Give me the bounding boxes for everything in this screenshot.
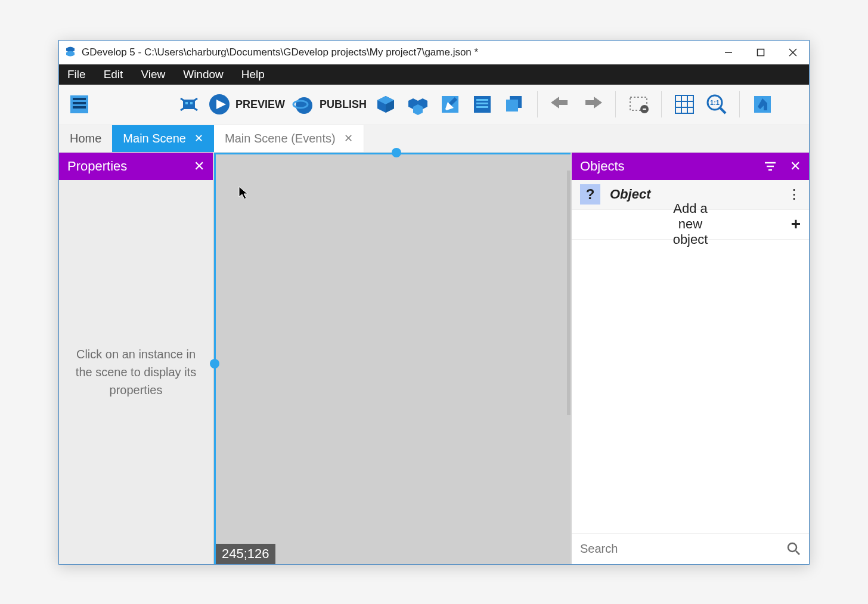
preview-label: PREVIEW [235, 98, 285, 111]
canvas-scrollbar[interactable] [567, 171, 571, 415]
object-unknown-icon: ? [580, 184, 600, 205]
menu-window[interactable]: Window [179, 67, 227, 82]
cursor-coordinates: 245;126 [216, 544, 275, 564]
svg-line-10 [194, 98, 197, 101]
add-object-button[interactable]: Add a new object + [572, 210, 809, 240]
tab-main-scene-events[interactable]: Main Scene (Events) ✕ [214, 125, 364, 152]
cubes-button[interactable] [405, 91, 431, 117]
objects-panel-close-icon[interactable]: ✕ [790, 159, 801, 174]
properties-panel: Properties ✕ Click on an instance in the… [59, 153, 214, 564]
svg-marker-35 [585, 97, 602, 109]
toolbar-separator [661, 91, 662, 117]
undo-button[interactable] [547, 91, 574, 117]
svg-rect-33 [506, 100, 518, 111]
svg-rect-1 [758, 49, 764, 55]
svg-rect-39 [675, 95, 693, 113]
toolbar: PREVIEW PUBLISH [59, 85, 809, 125]
tab-main-scene[interactable]: Main Scene ✕ [112, 125, 214, 152]
app-window: GDevelop 5 - C:\Users\charburg\Documents… [58, 40, 810, 565]
zoom-reset-button[interactable]: 1:1 [703, 91, 730, 117]
svg-marker-34 [551, 97, 568, 109]
publish-label: PUBLISH [320, 98, 367, 111]
cursor-icon [238, 186, 249, 200]
origin-handle-top[interactable] [392, 148, 401, 157]
edit-button[interactable] [437, 91, 463, 117]
maximize-button[interactable] [745, 41, 777, 64]
tab-main-scene-events-label: Main Scene (Events) [225, 132, 336, 145]
svg-rect-13 [185, 102, 188, 104]
properties-panel-title: Properties [67, 159, 127, 174]
svg-rect-29 [476, 99, 488, 101]
svg-line-9 [181, 98, 184, 101]
objects-panel-header: Objects ✕ [572, 153, 809, 180]
svg-line-53 [796, 551, 799, 555]
search-icon[interactable] [786, 541, 801, 556]
add-object-label: Add a new object [673, 201, 708, 247]
toolbar-separator [739, 91, 740, 117]
close-button[interactable] [777, 41, 809, 64]
properties-panel-header: Properties ✕ [59, 153, 213, 180]
grid-button[interactable] [671, 91, 698, 117]
toolbar-separator [537, 91, 538, 117]
menu-view[interactable]: View [137, 67, 169, 82]
minimize-button[interactable] [712, 41, 745, 64]
tab-home-label: Home [70, 132, 101, 145]
objects-search-row [572, 533, 809, 564]
debug-button[interactable] [176, 91, 202, 117]
svg-line-45 [720, 108, 726, 113]
publish-button[interactable]: PUBLISH [291, 91, 367, 117]
list-button[interactable] [469, 91, 495, 117]
object-item-menu-icon[interactable]: ⋮ [788, 187, 801, 202]
objects-search-input[interactable] [580, 542, 779, 556]
svg-rect-30 [476, 103, 488, 104]
svg-rect-6 [73, 102, 86, 104]
svg-point-52 [788, 543, 796, 552]
workspace: Properties ✕ Click on an instance in the… [59, 153, 809, 564]
svg-text:1:1: 1:1 [710, 99, 720, 106]
object-item-name: Object [610, 187, 778, 202]
svg-rect-31 [476, 106, 488, 108]
window-title: GDevelop 5 - C:\Users\charburg\Documents… [82, 47, 712, 58]
objects-panel: Objects ✕ ? Object ⋮ Add a new object + [571, 153, 809, 564]
svg-rect-5 [73, 98, 86, 100]
svg-marker-48 [239, 187, 247, 199]
svg-point-17 [296, 97, 312, 114]
tab-home[interactable]: Home [59, 125, 112, 152]
toolbar-separator [615, 91, 616, 117]
add-icon: + [791, 215, 801, 234]
scene-canvas[interactable]: 245;126 [214, 153, 571, 564]
tab-bar: Home Main Scene ✕ Main Scene (Events) ✕ [59, 125, 809, 153]
menubar: File Edit View Window Help [59, 64, 809, 85]
mask-button[interactable] [625, 91, 652, 117]
tab-close-icon[interactable]: ✕ [344, 132, 353, 145]
svg-line-11 [181, 108, 184, 110]
app-logo-icon [64, 46, 77, 59]
svg-rect-7 [73, 106, 86, 109]
properties-panel-close-icon[interactable]: ✕ [194, 159, 204, 174]
tab-close-icon[interactable]: ✕ [194, 132, 203, 145]
properties-empty-text: Click on an instance in the scene to dis… [67, 345, 204, 399]
objects-panel-body: ? Object ⋮ Add a new object + [572, 180, 809, 564]
objects-filter-icon[interactable] [764, 161, 777, 172]
settings-button[interactable] [749, 91, 776, 117]
svg-rect-38 [643, 109, 646, 110]
layers-button[interactable] [501, 91, 528, 117]
preview-button[interactable]: PREVIEW [208, 91, 285, 117]
cube-button[interactable] [373, 91, 399, 117]
cursor-coordinates-value: 245;126 [222, 546, 269, 561]
origin-handle-left[interactable] [210, 359, 219, 368]
window-controls [712, 41, 809, 64]
objects-panel-title: Objects [580, 159, 625, 174]
redo-button[interactable] [579, 91, 606, 117]
menu-help[interactable]: Help [238, 67, 268, 82]
titlebar: GDevelop 5 - C:\Users\charburg\Documents… [59, 41, 809, 64]
svg-rect-14 [190, 102, 193, 104]
tab-main-scene-label: Main Scene [123, 132, 186, 145]
svg-line-12 [194, 108, 197, 110]
project-manager-button[interactable] [66, 91, 92, 117]
menu-edit[interactable]: Edit [100, 67, 127, 82]
menu-file[interactable]: File [64, 67, 89, 82]
properties-panel-body: Click on an instance in the scene to dis… [59, 180, 213, 564]
svg-rect-8 [183, 100, 195, 109]
